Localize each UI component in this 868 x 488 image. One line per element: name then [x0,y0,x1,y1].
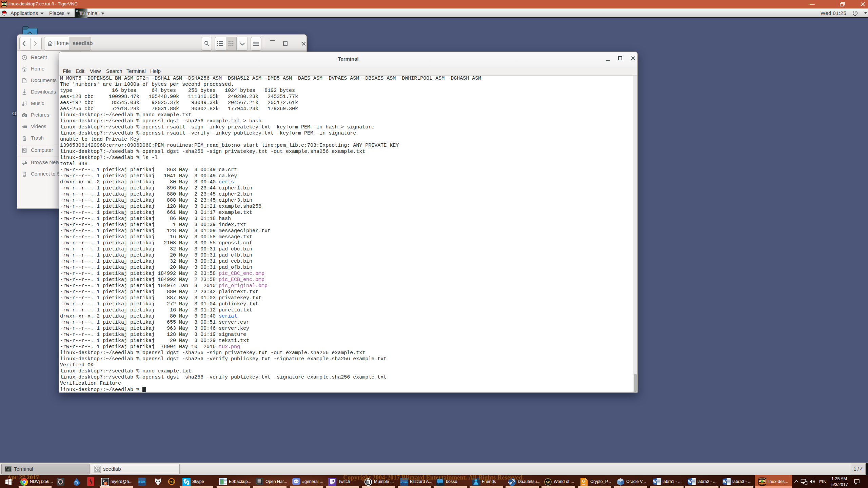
svg-text:S: S [185,479,188,485]
svg-text:W: W [688,480,692,484]
svg-text:PDF: PDF [582,484,586,486]
svg-text:G: G [582,479,585,484]
svg-text:BLIZARD: BLIZARD [138,481,146,484]
svg-text:W: W [723,480,727,484]
svg-text:W: W [546,480,550,485]
svg-text:BLIZARD: BLIZARD [400,481,408,484]
svg-text:PoE: PoE [168,480,175,484]
svg-text:W: W [653,480,657,484]
